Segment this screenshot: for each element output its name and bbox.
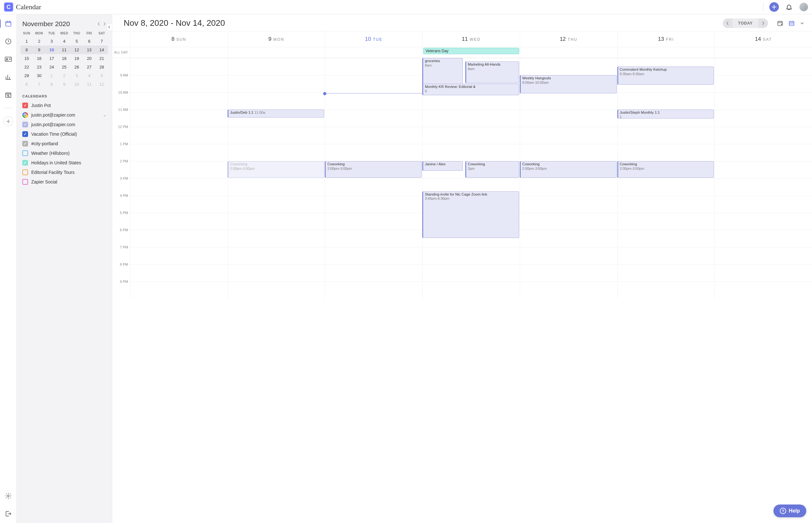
time-cell[interactable] xyxy=(714,92,812,110)
mini-calendar-day[interactable]: 26 xyxy=(70,63,83,71)
allday-event[interactable]: Veterans Day xyxy=(423,48,519,54)
time-cell[interactable] xyxy=(325,110,422,127)
time-cell[interactable] xyxy=(714,161,812,178)
calendar-checkbox[interactable] xyxy=(22,179,28,185)
time-cell[interactable] xyxy=(228,264,325,282)
calendar-checkbox[interactable]: ✓ xyxy=(22,160,28,166)
collapse-sidebar-button[interactable] xyxy=(106,23,112,31)
calendar-item[interactable]: ✓#city-portland xyxy=(20,139,109,148)
day-header[interactable]: 11WED xyxy=(422,32,520,47)
calendar-item[interactable]: ✓Vacation Time (Official) xyxy=(20,129,109,139)
allday-cell[interactable] xyxy=(714,47,812,58)
time-cell[interactable] xyxy=(714,178,812,196)
calendar-item[interactable]: Editorial Facility Tours xyxy=(20,167,109,177)
mini-calendar-day[interactable]: 3 xyxy=(46,37,58,46)
view-agenda-button[interactable] xyxy=(777,20,783,26)
time-cell[interactable] xyxy=(325,178,422,196)
mini-calendar-day[interactable]: 12 xyxy=(95,80,108,89)
mini-calendar-day[interactable]: 4 xyxy=(58,37,70,46)
mini-calendar-day[interactable]: 7 xyxy=(95,37,108,46)
mini-calendar-day[interactable]: 12 xyxy=(70,46,83,54)
nav-calendar[interactable] xyxy=(3,19,13,28)
time-cell[interactable] xyxy=(130,144,228,161)
user-avatar[interactable] xyxy=(799,3,808,12)
time-cell[interactable] xyxy=(422,264,520,282)
mini-calendar-day[interactable]: 29 xyxy=(20,71,33,80)
next-week-button[interactable] xyxy=(758,18,768,28)
time-cell[interactable] xyxy=(325,127,422,144)
mini-calendar-day[interactable]: 21 xyxy=(95,54,108,63)
time-cell[interactable] xyxy=(714,230,812,247)
nav-scheduling[interactable] xyxy=(3,37,13,46)
calendar-item[interactable]: Zapier Social xyxy=(20,177,109,187)
time-cell[interactable] xyxy=(130,92,228,110)
mini-calendar-day[interactable]: 15 xyxy=(20,54,33,63)
time-cell[interactable] xyxy=(325,58,422,75)
time-cell[interactable] xyxy=(714,110,812,127)
day-header[interactable]: 10TUE xyxy=(325,32,422,47)
mini-calendar-day[interactable]: 6 xyxy=(83,37,95,46)
calendar-event[interactable]: Coworking2:00pm-3:00pm xyxy=(520,161,617,178)
calendar-checkbox[interactable]: ✓ xyxy=(22,122,28,127)
calendar-event[interactable]: Justin/Steph Monthly 1:11 xyxy=(617,110,714,119)
time-cell[interactable] xyxy=(617,144,715,161)
time-cell[interactable] xyxy=(520,144,617,161)
calendar-event[interactable]: groceries8am xyxy=(422,58,462,85)
time-cell[interactable] xyxy=(325,196,422,213)
time-cell[interactable] xyxy=(130,196,228,213)
mini-calendar-day[interactable]: 25 xyxy=(58,63,70,71)
allday-cell[interactable]: Veterans Day xyxy=(422,47,520,58)
time-cell[interactable] xyxy=(228,144,325,161)
time-cell[interactable] xyxy=(130,127,228,144)
calendar-checkbox[interactable]: ✓ xyxy=(22,103,28,108)
mini-calendar-day[interactable]: 1 xyxy=(46,71,58,80)
time-cell[interactable] xyxy=(617,230,715,247)
time-cell[interactable] xyxy=(130,161,228,178)
today-button[interactable]: TODAY xyxy=(732,21,758,25)
mini-next-button[interactable] xyxy=(103,22,106,26)
mini-calendar-day[interactable]: 11 xyxy=(83,80,95,89)
view-dropdown-button[interactable] xyxy=(800,21,804,25)
time-cell[interactable] xyxy=(228,127,325,144)
time-cell[interactable] xyxy=(228,282,325,299)
mini-calendar-day[interactable]: 10 xyxy=(70,80,83,89)
add-workspace-button[interactable] xyxy=(3,116,13,126)
time-cell[interactable] xyxy=(520,92,617,110)
mini-calendar-day[interactable]: 5 xyxy=(70,37,83,46)
time-cell[interactable] xyxy=(422,144,520,161)
time-cell[interactable] xyxy=(520,230,617,247)
time-cell[interactable] xyxy=(714,127,812,144)
mini-calendar-day[interactable]: 1 xyxy=(20,37,33,46)
time-cell[interactable] xyxy=(325,213,422,230)
time-cell[interactable] xyxy=(714,213,812,230)
day-header[interactable]: 8SUN xyxy=(130,32,228,47)
time-cell[interactable] xyxy=(130,247,228,264)
mini-calendar-day[interactable]: 8 xyxy=(46,80,58,89)
time-cell[interactable] xyxy=(228,213,325,230)
time-grid[interactable]: 9 AM10 AM11 AM12 PM1 PM2 PM3 PM4 PM5 PM6… xyxy=(112,58,812,299)
allday-cell[interactable] xyxy=(520,47,617,58)
mini-calendar-day[interactable]: 5 xyxy=(95,71,108,80)
calendar-item[interactable]: ✓Holidays in United States xyxy=(20,158,109,167)
mini-calendar-day[interactable]: 23 xyxy=(33,63,45,71)
calendar-event[interactable]: Coworking2:00pm-3:00pm xyxy=(617,161,714,178)
time-cell[interactable] xyxy=(325,247,422,264)
mini-calendar-day[interactable]: 2 xyxy=(33,37,45,46)
logout-button[interactable] xyxy=(3,509,13,519)
time-cell[interactable] xyxy=(714,264,812,282)
time-cell[interactable] xyxy=(617,282,715,299)
time-cell[interactable] xyxy=(617,196,715,213)
mini-calendar-day[interactable]: 9 xyxy=(33,46,45,54)
calendar-event[interactable]: Coworking2pm xyxy=(465,161,519,178)
time-cell[interactable] xyxy=(520,264,617,282)
time-cell[interactable] xyxy=(130,264,228,282)
day-header[interactable]: 14SAT xyxy=(714,32,812,47)
time-cell[interactable] xyxy=(325,92,422,110)
calendar-event[interactable]: Coworking2:00pm-3:00pm xyxy=(325,161,422,178)
calendar-item[interactable]: Gjustin.pot@zapier.com⌄ xyxy=(20,110,109,120)
mini-calendar-day[interactable]: 6 xyxy=(20,80,33,89)
time-cell[interactable] xyxy=(714,247,812,264)
time-cell[interactable] xyxy=(520,196,617,213)
time-cell[interactable] xyxy=(130,110,228,127)
mini-calendar-day[interactable]: 17 xyxy=(46,54,58,63)
